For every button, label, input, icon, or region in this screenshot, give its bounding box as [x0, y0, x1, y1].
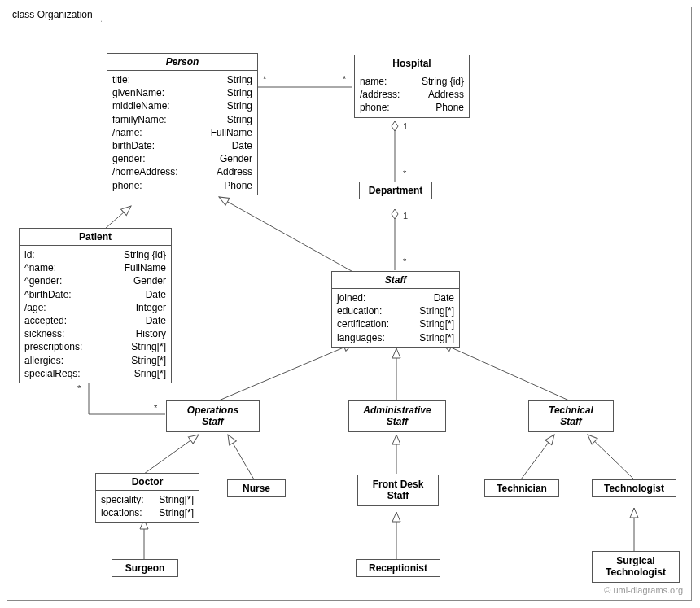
class-hospital: Hospital name:String {id} /address:Addre…: [354, 55, 470, 118]
class-operations-staff: Operations Staff: [166, 400, 260, 432]
svg-line-11: [521, 435, 554, 479]
svg-line-7: [442, 343, 569, 400]
class-staff-title: Staff: [332, 272, 459, 289]
svg-line-8: [144, 435, 199, 474]
class-person: Person title:String givenName:String mid…: [107, 53, 258, 195]
class-technician: Technician: [484, 479, 559, 497]
class-staff-body: joined:Date education:String[*] certific…: [332, 289, 459, 347]
mult-dept-hospital: *: [403, 168, 406, 178]
class-staff: Staff joined:Date education:String[*] ce…: [331, 271, 460, 348]
class-doctor: Doctor speciality:String[*] locations:St…: [95, 473, 199, 523]
class-technologist: Technologist: [592, 479, 676, 497]
class-nurse: Nurse: [227, 479, 286, 497]
class-patient-title: Patient: [20, 229, 171, 246]
class-hospital-body: name:String {id} /address:Address phone:…: [355, 72, 469, 117]
svg-line-1: [219, 197, 357, 274]
class-nurse-title: Nurse: [228, 480, 285, 496]
class-diagram-frame: class Organization: [7, 7, 692, 601]
class-receptionist-title: Receptionist: [357, 560, 440, 576]
class-person-body: title:String givenName:String middleName…: [107, 71, 257, 195]
mult-ops-patient: *: [154, 403, 157, 413]
class-surgeon-title: Surgeon: [112, 560, 177, 576]
mult-hospital-side: *: [343, 74, 346, 84]
class-patient: Patient id:String {id} ^name:FullName ^g…: [19, 228, 172, 383]
class-front-desk-staff-title: Front Desk Staff: [358, 475, 438, 505]
class-administrative-staff-title: Administrative Staff: [349, 401, 445, 431]
class-front-desk-staff: Front Desk Staff: [357, 475, 439, 506]
class-administrative-staff: Administrative Staff: [348, 400, 446, 432]
class-surgical-technologist-title: Surgical Technologist: [593, 552, 679, 582]
class-technologist-title: Technologist: [593, 480, 676, 496]
class-technical-staff-title: Technical Staff: [529, 401, 613, 431]
class-receptionist: Receptionist: [356, 559, 440, 577]
svg-line-5: [219, 343, 353, 400]
mult-dept-staff: 1: [403, 211, 408, 221]
svg-line-12: [588, 435, 634, 479]
class-department-title: Department: [360, 182, 431, 199]
class-doctor-body: speciality:String[*] locations:String[*]: [96, 491, 199, 522]
mult-hospital-dept: 1: [403, 121, 408, 131]
mult-staff-dept: *: [403, 256, 406, 266]
class-hospital-title: Hospital: [355, 55, 469, 72]
class-technician-title: Technician: [485, 480, 558, 496]
copyright-text: © uml-diagrams.org: [604, 585, 683, 595]
mult-patient-ops: *: [77, 383, 81, 393]
class-surgical-technologist: Surgical Technologist: [592, 551, 680, 583]
svg-line-9: [228, 435, 254, 479]
class-surgeon: Surgeon: [112, 559, 178, 577]
frame-title: class Organization: [12, 9, 93, 20]
class-operations-staff-title: Operations Staff: [167, 401, 259, 431]
mult-person-side: *: [263, 74, 266, 84]
class-person-title: Person: [107, 54, 257, 71]
svg-line-0: [105, 206, 131, 229]
class-patient-body: id:String {id} ^name:FullName ^gender:Ge…: [20, 246, 171, 383]
class-technical-staff: Technical Staff: [528, 400, 614, 432]
class-department: Department: [359, 182, 432, 199]
frame-title-tab: class Organization: [7, 7, 102, 22]
class-doctor-title: Doctor: [96, 474, 199, 491]
